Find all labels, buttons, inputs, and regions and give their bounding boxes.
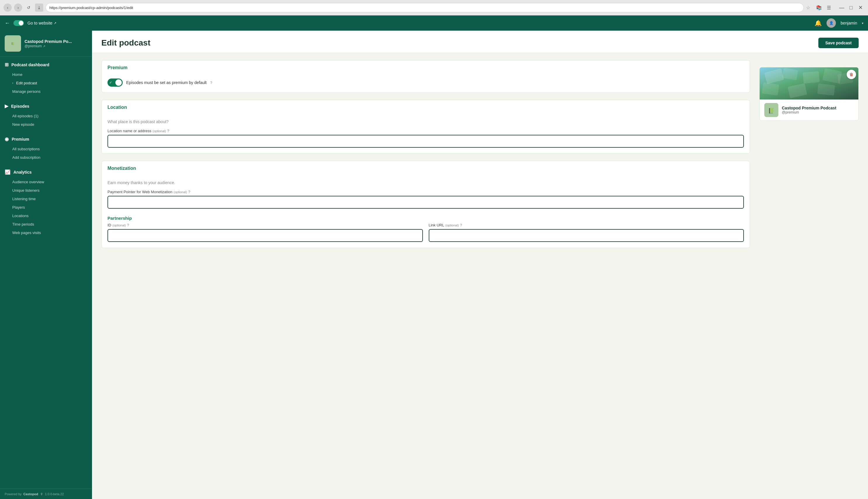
premium-toggle[interactable]: ✓	[107, 78, 123, 87]
podcast-card-text: Castopod Premium Podcast @premium	[782, 106, 836, 114]
podcast-external-icon[interactable]: ↗	[43, 45, 45, 48]
podcast-card-info: 📗 Castopod Premium Podcast @premium	[760, 99, 858, 121]
sidebar-item-manage-persons[interactable]: Manage persons	[0, 87, 92, 96]
sidebar-item-web-pages-visits[interactable]: Web pages visits	[0, 229, 92, 237]
edit-podcast-label: Edit podcast	[16, 81, 37, 85]
forward-button[interactable]: ›	[14, 3, 22, 12]
location-optional-tag: (optional)	[153, 129, 166, 133]
edit-podcast-chevron: ›	[12, 82, 13, 85]
sidebar-item-new-episode[interactable]: New episode	[0, 120, 92, 129]
podcast-cover-inner	[760, 68, 858, 99]
browser-actions: 📚 ☰	[815, 3, 833, 12]
home-label: Home	[12, 72, 23, 77]
link-url-help-icon[interactable]: ?	[460, 223, 462, 227]
partnership-section: Partnership ID (optional) ?	[107, 216, 744, 242]
monetization-card: Monetization Earn money thanks to your a…	[102, 161, 750, 248]
toggle-row: ✓ Episodes must be set as premium by def…	[107, 78, 744, 87]
page-title: Edit podcast	[102, 38, 151, 48]
toggle-knob	[115, 80, 122, 86]
menu-button[interactable]: ☰	[825, 3, 833, 12]
unique-listeners-label: Unique listeners	[12, 188, 39, 193]
sidebar-item-audience-overview[interactable]: Audience overview	[0, 178, 92, 186]
premium-help-icon[interactable]: ?	[210, 81, 212, 85]
sidebar-item-all-subscriptions[interactable]: All subscriptions	[0, 145, 92, 153]
toggle-check-icon: ✓	[109, 81, 112, 85]
all-episodes-label: All episodes (1)	[12, 114, 38, 118]
sidebar-item-add-subscription[interactable]: Add subscription	[0, 153, 92, 162]
minimize-button[interactable]: —	[837, 3, 846, 12]
location-description: What place is this podcast about?	[107, 119, 744, 124]
analytics-header[interactable]: 📈 Analytics	[0, 166, 92, 178]
episodes-icon: ▶	[5, 103, 8, 109]
all-subscriptions-label: All subscriptions	[12, 147, 40, 151]
payment-pointer-input[interactable]	[107, 196, 744, 209]
podcast-avatar-image: 📗	[5, 35, 21, 52]
close-button[interactable]: ✕	[856, 3, 865, 12]
link-url-label-text: Link URL	[429, 223, 444, 227]
listening-time-label: Listening time	[12, 197, 36, 201]
location-card: Location What place is this podcast abou…	[102, 100, 750, 154]
back-button[interactable]: ‹	[3, 3, 12, 12]
delete-cover-button[interactable]: 🗑	[847, 70, 856, 79]
podcast-handle-text: @premium	[25, 44, 42, 48]
go-to-website-label: Go to website	[27, 21, 52, 25]
url-text: https://premium.podcast/cp-admin/podcast…	[49, 5, 133, 10]
user-name-label: benjamin	[841, 21, 857, 25]
sidebar-item-players[interactable]: Players	[0, 203, 92, 211]
location-card-body: What place is this podcast about? Locati…	[102, 113, 750, 154]
sidebar-item-edit-podcast[interactable]: › Edit podcast	[0, 79, 92, 87]
top-bar: ← Go to website ↗ 🔔 👤 benjamin ▾	[0, 15, 868, 31]
sidebar-item-locations[interactable]: Locations	[0, 211, 92, 220]
user-avatar: 👤	[827, 19, 836, 28]
premium-header[interactable]: ◉ Premium	[0, 133, 92, 145]
sidebar-item-listening-time[interactable]: Listening time	[0, 195, 92, 203]
premium-label: Premium	[12, 137, 29, 142]
sidebar-item-unique-listeners[interactable]: Unique listeners	[0, 186, 92, 195]
bookmark-button[interactable]: ⤓	[35, 3, 43, 12]
web-pages-visits-label: Web pages visits	[12, 231, 41, 235]
star-button[interactable]: ☆	[806, 5, 810, 11]
podcast-avatar: 📗	[5, 35, 21, 52]
sidebar-item-home[interactable]: Home	[0, 70, 92, 79]
content-header: Edit podcast Save podcast	[92, 31, 868, 53]
episodes-header[interactable]: ▶ Episodes	[0, 100, 92, 112]
browser-toolbar: ‹ › ↺ ⤓ https://premium.podcast/cp-admin…	[0, 0, 868, 15]
main-layout: 📗 Castopod Premium Po... @premium ↗ ⊞ Po…	[0, 31, 868, 499]
sidebar-item-all-episodes[interactable]: All episodes (1)	[0, 112, 92, 120]
payment-help-icon[interactable]: ?	[188, 190, 190, 194]
brand-icon: 🎙	[40, 492, 43, 496]
location-help-icon[interactable]: ?	[167, 129, 169, 133]
location-input[interactable]	[107, 135, 744, 148]
maximize-button[interactable]: □	[847, 3, 855, 12]
go-to-website-button[interactable]: Go to website ↗	[27, 21, 56, 25]
site-toggle[interactable]	[13, 20, 24, 26]
delete-icon: 🗑	[849, 72, 853, 77]
premium-card-title: Premium	[102, 60, 750, 74]
nav-section-dashboard: ⊞ Podcast dashboard Home › Edit podcast …	[0, 57, 92, 98]
partnership-id-input[interactable]	[107, 229, 423, 242]
location-label: Location name or address (optional) ?	[107, 129, 744, 133]
partnership-title: Partnership	[107, 216, 744, 223]
partnership-link-url-input[interactable]	[429, 229, 744, 242]
extensions-button[interactable]: 📚	[815, 3, 823, 12]
link-url-field-group: Link URL (optional) ?	[429, 223, 744, 242]
payment-optional-tag: (optional)	[174, 190, 187, 194]
link-url-optional-tag: (optional)	[445, 223, 459, 227]
content-main: Premium ✓ Episodes must be set as premiu…	[102, 60, 750, 255]
add-subscription-label: Add subscription	[12, 155, 40, 160]
address-bar[interactable]: https://premium.podcast/cp-admin/podcast…	[46, 3, 804, 12]
notification-button[interactable]: 🔔	[815, 20, 822, 26]
nav-section-analytics: 📈 Analytics Audience overview Unique lis…	[0, 164, 92, 239]
location-card-title: Location	[102, 100, 750, 113]
save-podcast-button[interactable]: Save podcast	[818, 38, 859, 48]
dashboard-header[interactable]: ⊞ Podcast dashboard	[0, 59, 92, 70]
id-help-icon[interactable]: ?	[127, 223, 129, 227]
new-episode-label: New episode	[12, 122, 34, 127]
user-dropdown-icon[interactable]: ▾	[862, 22, 863, 25]
back-nav-button[interactable]: ←	[5, 20, 10, 26]
reload-button[interactable]: ↺	[25, 3, 33, 12]
sidebar-item-time-periods[interactable]: Time periods	[0, 220, 92, 229]
payment-label-text: Payment Pointer for Web Monetization	[107, 190, 172, 194]
podcast-preview-card: 🗑 📗 Castopod Premium Podc	[759, 67, 859, 121]
podcast-cover-image: 🗑	[760, 68, 858, 99]
